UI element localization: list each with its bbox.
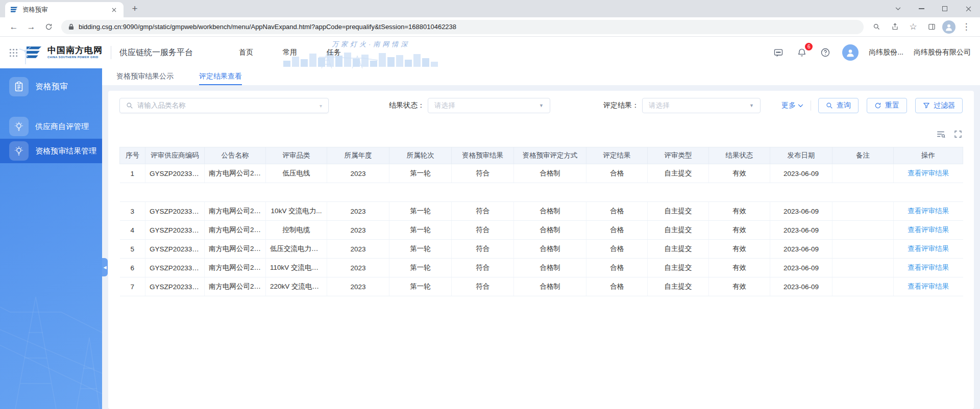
table-cell: 合格制: [514, 240, 586, 259]
more-button[interactable]: 更多: [781, 101, 803, 110]
result-status-select[interactable]: 请选择 ▼: [428, 98, 550, 113]
table-cell: 合格: [586, 221, 648, 240]
view-review-result-link[interactable]: 查看评审结果: [908, 245, 949, 252]
table-cell-action: [894, 183, 963, 202]
table-cell: 2023: [327, 240, 389, 259]
sidebar-item-prequalification-result-management[interactable]: 资格预审结果管理: [0, 139, 102, 163]
browser-tab[interactable]: 资格预审: [5, 2, 124, 17]
table-row: 7GYSZP20233537南方电网公司20...220kV 交流电力...20…: [120, 277, 963, 296]
table-cell: 低压交流电力电...: [266, 240, 327, 259]
tab-search-chevron-icon[interactable]: [886, 0, 910, 17]
table-cell: 第一轮: [389, 221, 452, 240]
address-field[interactable]: bidding.csg.cn:9090/gmp/static/gmpweb/wo…: [61, 20, 864, 34]
page-tabs: 资格预审结果公示 评定结果查看: [102, 68, 980, 85]
table-cell: 合格: [586, 202, 648, 221]
side-panel-icon[interactable]: [924, 19, 939, 35]
user-name[interactable]: 尚纬股份...: [869, 48, 903, 57]
profile-avatar[interactable]: [942, 20, 955, 34]
table-cell: 符合: [452, 259, 514, 277]
fullscreen-icon[interactable]: [953, 130, 963, 139]
sidebar-collapse-handle[interactable]: ◀: [102, 258, 108, 276]
notification-bell-icon[interactable]: 6: [795, 46, 808, 59]
user-avatar[interactable]: [842, 44, 859, 61]
csg-logo: 中国南方电网 CHINA SOUTHERN POWER GRID: [25, 45, 103, 60]
search-category-input[interactable]: 请输入品类名称 ▾: [119, 98, 329, 113]
close-window-button[interactable]: [957, 0, 980, 17]
table-settings-icon[interactable]: [936, 130, 945, 139]
column-header: 发布日期: [770, 147, 832, 164]
table-cell: 符合: [452, 221, 514, 240]
column-header: 评审品类: [266, 147, 327, 164]
chevron-down-icon: [798, 104, 803, 108]
bookmark-star-icon[interactable]: ☆: [905, 19, 921, 35]
table-cell: [832, 202, 894, 221]
view-review-result-link[interactable]: 查看评审结果: [908, 207, 949, 215]
maximize-button[interactable]: [933, 0, 957, 17]
evaluation-result-select[interactable]: 请选择 ▼: [642, 98, 761, 113]
header-nav: 首页 常用 任务: [239, 48, 341, 57]
table-cell: 第一轮: [389, 277, 452, 296]
table-cell: 合格制: [514, 164, 586, 183]
tab-title: 资格预审: [22, 6, 105, 14]
table-cell: 自主提交: [648, 240, 709, 259]
share-icon[interactable]: [887, 19, 902, 35]
table-cell: 南方电网公司20...: [205, 221, 266, 240]
reset-button[interactable]: 重置: [867, 98, 907, 113]
table-cell: [205, 183, 266, 202]
tab-prequalification-result-publicity[interactable]: 资格预审结果公示: [116, 68, 174, 85]
table-cell: 合格制: [514, 259, 586, 277]
table-cell: 2023-06-09: [770, 259, 832, 277]
tab-evaluation-result-view[interactable]: 评定结果查看: [199, 68, 242, 85]
table-cell: 3: [120, 202, 145, 221]
sidebar-item-supplier-self-evaluation[interactable]: 供应商自评管理: [0, 114, 102, 139]
forward-button[interactable]: →: [23, 19, 39, 35]
window-controls: [886, 0, 980, 17]
reset-label: 重置: [885, 101, 899, 110]
table-cell: GYSZP20233536: [145, 240, 205, 259]
filter-button[interactable]: 过滤器: [915, 98, 963, 113]
table-cell: 自主提交: [648, 164, 709, 183]
results-panel: 请输入品类名称 ▾ 结果状态： 请选择 ▼ 评定结果： 请选择 ▼ 更多: [108, 91, 974, 409]
platform-title: 供应链统一服务平台: [119, 47, 193, 58]
table-cell: [709, 183, 770, 202]
brand-name: 中国南方电网: [47, 46, 103, 55]
nav-tasks[interactable]: 任务: [327, 48, 341, 57]
apps-grid-icon[interactable]: [9, 48, 18, 57]
sidebar-item-prequalification[interactable]: 资格预审: [0, 74, 102, 99]
table-cell: [389, 183, 452, 202]
table-cell-action: 查看评审结果: [894, 202, 963, 221]
reload-button[interactable]: [41, 19, 56, 35]
table-cell: [770, 183, 832, 202]
table-cell: 符合: [452, 277, 514, 296]
close-tab-icon[interactable]: [109, 5, 118, 14]
minimize-button[interactable]: [910, 0, 933, 17]
view-review-result-link[interactable]: 查看评审结果: [908, 226, 949, 234]
column-header: 公告名称: [205, 147, 266, 164]
view-review-result-link[interactable]: 查看评审结果: [908, 264, 949, 271]
table-tools: [119, 130, 963, 139]
search-icon: [826, 102, 833, 109]
table-cell: 控制电缆: [266, 221, 327, 240]
help-icon[interactable]: [819, 46, 832, 59]
message-icon[interactable]: [772, 46, 785, 59]
table-cell: 南方电网公司20...: [205, 277, 266, 296]
nav-common[interactable]: 常用: [283, 48, 297, 57]
nav-home[interactable]: 首页: [239, 48, 253, 57]
tower-line-art: [0, 266, 102, 409]
menu-kebab-icon[interactable]: ⋮: [959, 19, 974, 35]
table-cell: 2023-06-09: [770, 221, 832, 240]
caret-down-icon: ▼: [749, 103, 754, 108]
back-button[interactable]: ←: [6, 19, 21, 35]
zoom-icon[interactable]: [869, 19, 884, 35]
query-button[interactable]: 查询: [818, 98, 859, 113]
view-review-result-link[interactable]: 查看评审结果: [908, 283, 949, 290]
table-cell: [327, 183, 389, 202]
table-cell: 合格: [586, 240, 648, 259]
content-area: 资格预审结果公示 评定结果查看 请输入品类名称 ▾ 结果状态： 请选择 ▼ 评定…: [102, 68, 980, 409]
company-name[interactable]: 尚纬股份有限公司: [914, 48, 971, 57]
table-cell: [832, 221, 894, 240]
table-cell: 2023: [327, 259, 389, 277]
new-tab-button[interactable]: +: [128, 2, 142, 16]
table-cell: 有效: [709, 259, 770, 277]
view-review-result-link[interactable]: 查看评审结果: [908, 169, 949, 177]
